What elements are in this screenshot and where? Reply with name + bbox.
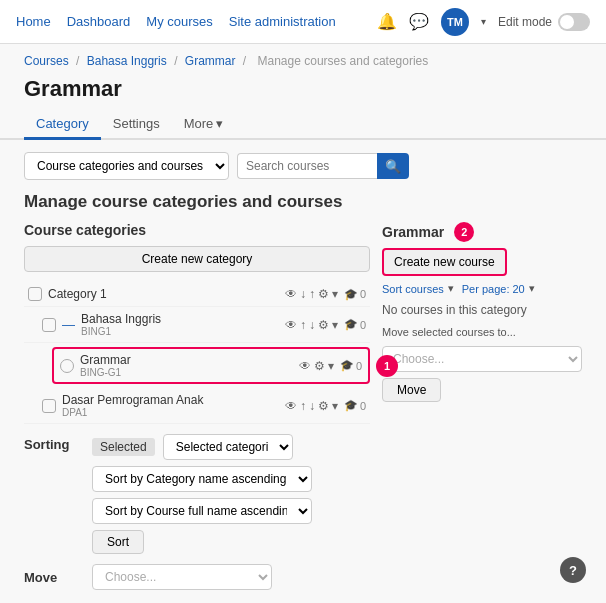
arrow-down-icon[interactable]: ↓ [309,318,315,332]
move-choose-select[interactable]: Choose... [382,346,582,372]
move-section: Move Choose... [0,560,606,590]
avatar-chevron[interactable]: ▾ [481,16,486,27]
tab-settings[interactable]: Settings [101,110,172,140]
two-column-layout: Course categories Create new category Ca… [0,222,606,424]
sorting-label: Sorting [24,437,84,452]
breadcrumb-courses[interactable]: Courses [24,54,69,68]
sort-button[interactable]: Sort [92,530,144,554]
arrow-down-icon[interactable]: ↓ [309,399,315,413]
category-filter-select[interactable]: Course categories and courses [24,152,229,180]
nav-right: 🔔 💬 TM ▾ Edit mode [377,8,590,36]
eye-icon[interactable]: 👁 [285,318,297,332]
graduate-icon: 🎓 [344,288,358,301]
grammar-checkbox[interactable] [60,359,74,373]
gear-icon[interactable]: ⚙ [314,359,325,373]
graduate-icon: 🎓 [344,399,358,412]
nav-links: Home Dashboard My courses Site administr… [16,14,377,29]
chevron-down-icon: ▾ [216,116,223,131]
sort-btn-row: Sort [92,530,582,554]
gear-icon[interactable]: ⚙ [318,399,329,413]
help-button[interactable]: ? [560,557,586,583]
nav-dashboard[interactable]: Dashboard [67,14,131,29]
arrow-up-icon[interactable]: ↑ [300,318,306,332]
tab-more[interactable]: More ▾ [172,110,236,140]
grammar-icons: 👁 ⚙ ▾ [299,359,334,373]
create-category-button[interactable]: Create new category [24,246,370,272]
right-content: No courses in this category Move selecte… [382,303,582,402]
dasar-checkbox[interactable] [42,399,56,413]
chevron-down-icon[interactable]: ▾ [332,399,338,413]
edit-mode-label: Edit mode [498,15,552,29]
gear-icon[interactable]: ⚙ [318,287,329,301]
create-course-wrap: Create new course [382,248,507,276]
chevron-down-icon[interactable]: ▾ [332,318,338,332]
dasar-count: 🎓 0 [344,399,366,412]
bahasa-checkbox[interactable] [42,318,56,332]
avatar-button[interactable]: TM [441,8,469,36]
left-panel-title: Course categories [24,222,370,238]
move-button[interactable]: Move [382,378,441,402]
selected-categories-select[interactable]: Selected categories [163,434,293,460]
graduate-icon: 🎓 [340,359,354,372]
nav-home[interactable]: Home [16,14,51,29]
dasar-icons: 👁 ↑ ↓ ⚙ ▾ [285,399,338,413]
sort-by-course-select[interactable]: Sort by Course full name ascending [92,498,312,524]
selected-badge: Selected [92,438,155,456]
sort-courses-link[interactable]: Sort courses [382,283,444,295]
arrow-down-icon[interactable]: ↓ [300,287,306,301]
right-panel-title: Grammar [382,224,444,240]
search-button[interactable]: 🔍 [377,153,409,179]
graduate-icon: 🎓 [344,318,358,331]
search-input[interactable] [237,153,377,179]
move-selected-label: Move selected courses to... [382,325,582,340]
create-course-button[interactable]: Create new course [382,248,507,276]
main-heading: Manage course categories and courses [0,192,606,222]
move-select[interactable]: Choose... [92,564,272,590]
breadcrumb-bahasa[interactable]: Bahasa Inggris [87,54,167,68]
per-page-link[interactable]: Per page: 20 [462,283,525,295]
nav-my-courses[interactable]: My courses [146,14,212,29]
grammar-name: Grammar BING-G1 [80,353,293,378]
tab-category[interactable]: Category [24,110,101,140]
nav-site-admin[interactable]: Site administration [229,14,336,29]
left-panel: Course categories Create new category Ca… [24,222,370,424]
arrow-up-icon[interactable]: ↑ [309,287,315,301]
category1-checkbox[interactable] [28,287,42,301]
breadcrumb: Courses / Bahasa Inggris / Grammar / Man… [0,44,606,72]
grammar-row: Grammar BING-G1 👁 ⚙ ▾ 🎓 0 [52,347,370,384]
top-navigation: Home Dashboard My courses Site administr… [0,0,606,44]
bell-icon[interactable]: 🔔 [377,12,397,31]
sort-by-course-row: Sort by Course full name ascending [92,498,582,524]
right-actions-row: Create new course [382,248,582,276]
chat-icon[interactable]: 💬 [409,12,429,31]
arrow-up-icon[interactable]: ↑ [300,399,306,413]
bahasa-count: 🎓 0 [344,318,366,331]
sort-by-category-select[interactable]: Sort by Category name ascending [92,466,312,492]
toggle-knob [560,15,574,29]
eye-icon[interactable]: 👁 [285,287,297,301]
list-item: Dasar Pemrograman Anak DPA1 👁 ↑ ↓ ⚙ ▾ 🎓 … [24,388,370,424]
right-sort-controls: Sort courses ▾ Per page: 20 ▾ [382,282,582,295]
grammar-count: 🎓 0 [340,359,362,372]
chevron-down-icon[interactable]: ▾ [332,287,338,301]
eye-icon[interactable]: 👁 [299,359,311,373]
breadcrumb-grammar[interactable]: Grammar [185,54,236,68]
bahasa-icons: 👁 ↑ ↓ ⚙ ▾ [285,318,338,332]
list-item: — Bahasa Inggris BING1 👁 ↑ ↓ ⚙ ▾ 🎓 0 [24,307,370,343]
eye-icon[interactable]: 👁 [285,399,297,413]
gear-icon[interactable]: ⚙ [318,318,329,332]
right-panel: Grammar 2 Create new course Sort courses… [382,222,582,424]
filter-bar: Course categories and courses 🔍 [0,152,606,192]
move-label: Move [24,570,84,585]
chevron-down-icon[interactable]: ▾ [328,359,334,373]
list-item: Category 1 👁 ↓ ↑ ⚙ ▾ 🎓 0 [24,282,370,307]
sorting-section: Sorting Selected Selected categories Sor… [0,424,606,554]
dasar-name: Dasar Pemrograman Anak DPA1 [62,393,279,418]
no-courses-text: No courses in this category [382,303,582,317]
badge2: 2 [454,222,474,242]
edit-mode-switch[interactable] [558,13,590,31]
bahasa-name: Bahasa Inggris BING1 [81,312,279,337]
sorting-row: Sorting Selected Selected categories [24,434,582,460]
category1-count: 🎓 0 [344,288,366,301]
search-wrap: 🔍 [237,153,409,179]
